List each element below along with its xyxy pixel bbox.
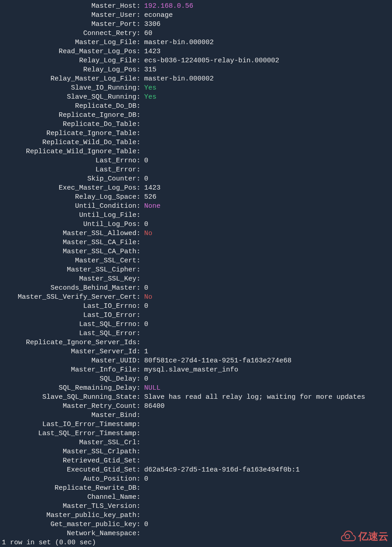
status-key: Last_IO_Errno bbox=[0, 302, 136, 311]
status-row: Master_Bind: bbox=[0, 411, 392, 420]
status-key: Auto_Position bbox=[0, 475, 136, 484]
status-key: Master_Info_File bbox=[0, 366, 136, 375]
status-row: Master_Log_File:master-bin.000002 bbox=[0, 38, 392, 47]
status-value: 80f581ce-27d4-11ea-9251-fa163e274e68 bbox=[144, 356, 392, 366]
colon-separator: : bbox=[136, 393, 144, 402]
colon-separator: : bbox=[136, 466, 144, 475]
status-key: Last_Errno bbox=[0, 156, 136, 166]
colon-separator: : bbox=[136, 284, 144, 293]
status-row: Last_Error: bbox=[0, 166, 392, 175]
status-value: Yes bbox=[144, 93, 392, 102]
colon-separator: : bbox=[136, 47, 144, 56]
colon-separator: : bbox=[136, 147, 144, 156]
status-row: Slave_SQL_Running_State:Slave has read a… bbox=[0, 393, 392, 402]
colon-separator: : bbox=[136, 275, 144, 284]
status-row: Master_User:econage bbox=[0, 11, 392, 20]
status-key: Get_master_public_key bbox=[0, 520, 136, 529]
colon-separator: : bbox=[136, 175, 144, 184]
status-value: 0 bbox=[144, 175, 392, 184]
status-key: Master_Port bbox=[0, 20, 136, 29]
status-key: Slave_SQL_Running_State bbox=[0, 393, 136, 402]
colon-separator: : bbox=[136, 338, 144, 347]
status-row: Slave_IO_Running:Yes bbox=[0, 84, 392, 93]
colon-separator: : bbox=[136, 475, 144, 484]
status-row: Relay_Log_File:ecs-b036-1224005-relay-bi… bbox=[0, 56, 392, 65]
status-value bbox=[144, 484, 392, 493]
status-key: Last_SQL_Error_Timestamp bbox=[0, 429, 136, 438]
status-value: econage bbox=[144, 11, 392, 20]
status-key: SQL_Remaining_Delay bbox=[0, 384, 136, 393]
status-row: Master_Host:192.168.0.56 bbox=[0, 2, 392, 11]
status-key: Master_SSL_Allowed bbox=[0, 229, 136, 238]
status-value: 0 bbox=[144, 320, 392, 329]
status-key: Last_SQL_Error bbox=[0, 329, 136, 338]
status-value bbox=[144, 238, 392, 247]
status-value bbox=[144, 420, 392, 429]
status-value: 0 bbox=[144, 284, 392, 293]
colon-separator: : bbox=[136, 411, 144, 420]
status-key: Until_Log_Pos bbox=[0, 220, 136, 229]
colon-separator: : bbox=[136, 320, 144, 329]
status-value bbox=[144, 429, 392, 438]
watermark-logo: 亿速云 bbox=[341, 530, 388, 543]
status-key: Master_TLS_Version bbox=[0, 502, 136, 511]
status-value: Yes bbox=[144, 84, 392, 93]
status-key: Master_SSL_Verify_Server_Cert bbox=[0, 293, 136, 302]
status-key: Until_Condition bbox=[0, 202, 136, 211]
colon-separator: : bbox=[136, 84, 144, 93]
status-row: Connect_Retry:60 bbox=[0, 29, 392, 38]
status-key: Master_SSL_Crl bbox=[0, 438, 136, 447]
colon-separator: : bbox=[136, 111, 144, 120]
status-value: mysql.slave_master_info bbox=[144, 366, 392, 375]
colon-separator: : bbox=[136, 193, 144, 202]
result-summary: 1 row in set (0.00 sec) bbox=[0, 538, 392, 547]
status-row: Master_SSL_Crlpath: bbox=[0, 447, 392, 457]
status-key: Master_public_key_path bbox=[0, 511, 136, 520]
colon-separator: : bbox=[136, 302, 144, 311]
status-row: Executed_Gtid_Set:d62a54c9-27d5-11ea-916… bbox=[0, 466, 392, 475]
status-value: 526 bbox=[144, 193, 392, 202]
status-key: Relay_Log_File bbox=[0, 56, 136, 65]
status-key: Replicate_Ignore_Table bbox=[0, 129, 136, 138]
colon-separator: : bbox=[136, 166, 144, 175]
status-value bbox=[144, 138, 392, 147]
terminal-output[interactable]: Master_Host:192.168.0.56Master_User:econ… bbox=[0, 2, 392, 538]
colon-separator: : bbox=[136, 202, 144, 211]
status-key: Retrieved_Gtid_Set bbox=[0, 457, 136, 466]
colon-separator: : bbox=[136, 120, 144, 129]
colon-separator: : bbox=[136, 347, 144, 356]
status-value: NULL bbox=[144, 384, 392, 393]
status-row: Get_master_public_key:0 bbox=[0, 520, 392, 529]
status-value bbox=[144, 211, 392, 220]
status-value: 0 bbox=[144, 475, 392, 484]
status-row: Last_Errno:0 bbox=[0, 156, 392, 166]
status-value bbox=[144, 102, 392, 111]
status-value bbox=[144, 275, 392, 284]
status-key: Master_UUID bbox=[0, 356, 136, 366]
status-value: ecs-b036-1224005-relay-bin.000002 bbox=[144, 56, 392, 65]
status-row: Read_Master_Log_Pos:1423 bbox=[0, 47, 392, 56]
status-value bbox=[144, 457, 392, 466]
colon-separator: : bbox=[136, 229, 144, 238]
status-row: Retrieved_Gtid_Set: bbox=[0, 457, 392, 466]
status-value: 0 bbox=[144, 302, 392, 311]
status-value: d62a54c9-27d5-11ea-916d-fa163e494f0b:1 bbox=[144, 466, 392, 475]
status-row: Auto_Position:0 bbox=[0, 475, 392, 484]
status-row: Last_IO_Error: bbox=[0, 311, 392, 320]
status-value bbox=[144, 120, 392, 129]
status-row: Master_Server_Id:1 bbox=[0, 347, 392, 356]
status-row: Master_Retry_Count:86400 bbox=[0, 402, 392, 411]
status-key: Master_SSL_Cert bbox=[0, 256, 136, 266]
status-key: Master_User bbox=[0, 11, 136, 20]
status-row: Master_TLS_Version: bbox=[0, 502, 392, 511]
status-value: None bbox=[144, 202, 392, 211]
status-row: Master_SSL_CA_Path: bbox=[0, 247, 392, 256]
status-row: Master_public_key_path: bbox=[0, 511, 392, 520]
colon-separator: : bbox=[136, 311, 144, 320]
status-row: Last_IO_Errno:0 bbox=[0, 302, 392, 311]
status-key: Replicate_Wild_Ignore_Table bbox=[0, 147, 136, 156]
status-key: Replicate_Wild_Do_Table bbox=[0, 138, 136, 147]
status-value: 315 bbox=[144, 65, 392, 75]
status-row: Until_Log_Pos:0 bbox=[0, 220, 392, 229]
status-row: Replicate_Wild_Ignore_Table: bbox=[0, 147, 392, 156]
